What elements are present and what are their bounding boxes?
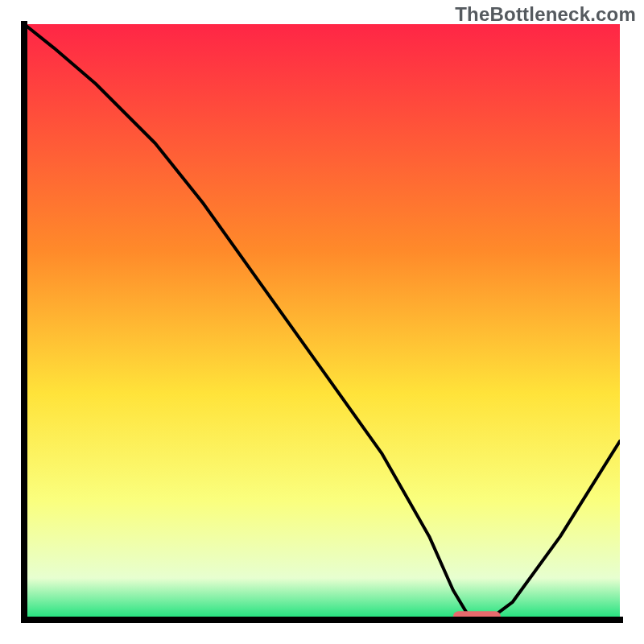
- gradient-background: [24, 24, 620, 620]
- chart-container: TheBottleneck.com: [0, 0, 644, 644]
- bottleneck-chart: [0, 0, 644, 644]
- watermark-text: TheBottleneck.com: [455, 3, 636, 26]
